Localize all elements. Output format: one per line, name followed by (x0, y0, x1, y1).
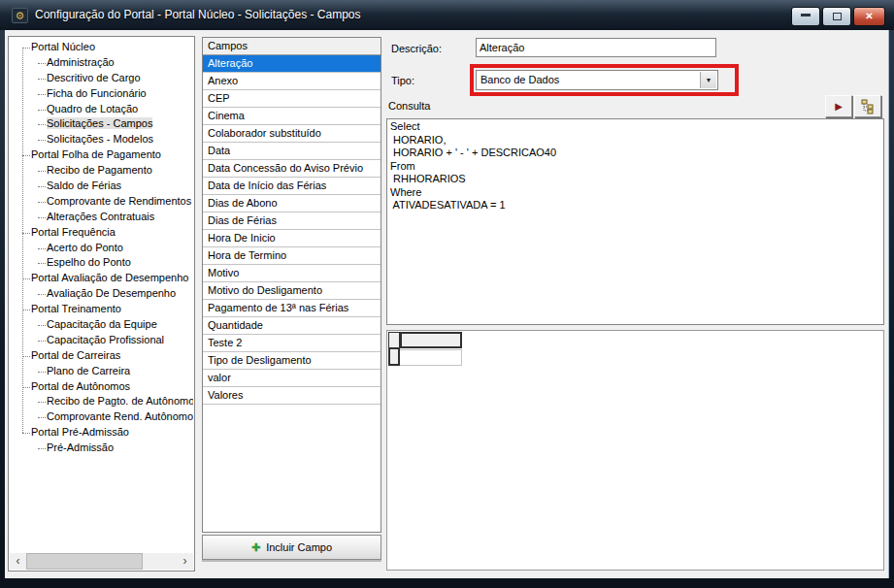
tree-item-label: Avaliação De Desempenho (47, 287, 176, 299)
close-button[interactable]: ✕ (853, 7, 885, 26)
tree-item[interactable]: Portal Avaliação de Desempenho (10, 271, 193, 286)
tree-item-label: Portal Núcleo (31, 41, 95, 52)
tree-item[interactable]: Pré-Admissão (10, 441, 193, 456)
tree-item[interactable]: Alterações Contratuais (10, 210, 193, 225)
tree-item[interactable]: Capacitação Profissional (10, 333, 193, 348)
close-icon: ✕ (865, 11, 873, 21)
tree-connector (38, 372, 46, 373)
field-row[interactable]: Anexo (203, 73, 381, 90)
tree-item[interactable]: Portal de Carreiras (10, 348, 193, 364)
tree-connector (38, 217, 46, 218)
tree-item-label: Portal de Autônomos (31, 380, 130, 392)
tree-item[interactable]: Capacitação da Equipe (10, 317, 193, 333)
field-row[interactable]: Motivo do Desligamento (203, 282, 381, 300)
portal-tree: Portal NúcleoAdministraçãoDescritivo de … (8, 36, 195, 572)
field-row[interactable]: Dias de Abono (203, 195, 381, 212)
field-row[interactable]: Data de Início das Férias (203, 178, 381, 195)
tree-connector (38, 186, 46, 187)
tree-connector (38, 94, 46, 95)
description-input[interactable] (476, 38, 716, 57)
tree-item[interactable]: Solicitações - Modelos (10, 132, 193, 147)
run-query-button[interactable]: ▶ (825, 95, 852, 117)
field-row[interactable]: valor (203, 370, 381, 387)
window-title: Configuração do Portal - Portal Núcleo -… (35, 8, 360, 21)
scroll-left-icon[interactable]: ‹ (10, 553, 26, 570)
tree-item[interactable]: Portal Folha de Pagamento (10, 147, 193, 163)
tree-item[interactable]: Portal Núcleo (10, 40, 193, 55)
tree-horizontal-scrollbar[interactable]: ‹ › (10, 553, 193, 570)
tree-connector (22, 433, 30, 434)
field-row[interactable]: Data Concessão do Aviso Prévio (203, 160, 381, 178)
tree-item-label: Recibo de Pagamento (47, 164, 152, 176)
grid-column-header[interactable] (400, 332, 462, 348)
add-field-label: Incluir Campo (266, 541, 332, 553)
tree-item[interactable]: Plano de Carreira (10, 364, 193, 379)
tree-connector (38, 294, 46, 295)
tree-item[interactable]: Avaliação De Desempenho (10, 286, 193, 302)
tree-item[interactable]: Ficha do Funcionário (10, 86, 193, 102)
tree-item[interactable]: Comprovante de Rendimentos (10, 194, 193, 210)
tree-item[interactable]: Quadro de Lotação (10, 102, 193, 117)
field-row[interactable]: Colaborador substituído (203, 125, 381, 143)
field-row[interactable]: Data (203, 143, 381, 160)
type-label: Tipo: (391, 75, 414, 86)
tree-connector (22, 48, 30, 49)
tree-connector (38, 63, 46, 64)
type-dropdown[interactable]: Banco de Dados ▼ (476, 70, 718, 90)
tree-item[interactable]: Solicitações - Campos (10, 116, 193, 132)
type-dropdown-value: Banco de Dados (480, 74, 559, 85)
tree-item-label: Comprovante de Rendimentos (47, 195, 191, 207)
chevron-down-icon[interactable]: ▼ (700, 72, 716, 88)
grid-cell[interactable] (400, 349, 462, 366)
field-row[interactable]: Tipo de Desligamento (203, 352, 381, 370)
tree-item[interactable]: Portal Treinamento (10, 302, 193, 317)
tree-connector (22, 387, 30, 388)
query-params-button[interactable] (854, 95, 881, 117)
tree-item-label: Comprovante Rend. Autônomos (47, 410, 193, 422)
tree-item-label: Descritivo de Cargo (47, 72, 141, 83)
tree-item-label: Portal Pré-Admissão (31, 426, 129, 438)
field-row[interactable]: Hora De Inicio (203, 230, 381, 247)
tree-connector (38, 325, 46, 326)
field-row[interactable]: Valores (203, 387, 381, 405)
application-window: ⚙ Configuração do Portal - Portal Núcleo… (0, 0, 894, 588)
tree-item[interactable]: Saldo de Férias (10, 179, 193, 194)
query-editor[interactable]: Select HORARIO, HORARIO + ' - ' + DESCRI… (386, 118, 884, 325)
tree-item[interactable]: Portal Frequência (10, 225, 193, 241)
tree-item[interactable]: Portal de Autônomos (10, 379, 193, 395)
minimize-button[interactable] (791, 7, 820, 26)
tree-item-label: Portal Treinamento (31, 303, 121, 314)
field-row[interactable]: Motivo (203, 265, 381, 282)
tree-item[interactable]: Portal Pré-Admissão (10, 425, 193, 441)
field-row[interactable]: Cinema (203, 108, 381, 125)
tree-connector (38, 110, 46, 111)
tree-item-label: Solicitações - Campos (47, 117, 152, 129)
tree-item[interactable]: Administração (10, 55, 193, 71)
field-row[interactable]: CEP (203, 90, 381, 108)
scrollbar-thumb[interactable] (26, 553, 143, 570)
scroll-right-icon[interactable]: › (177, 553, 193, 570)
tree-item[interactable]: Espelho do Ponto (10, 255, 193, 271)
tree-item[interactable]: Acerto do Ponto (10, 241, 193, 256)
field-row[interactable]: Pagamento de 13ª nas Férias (203, 300, 381, 317)
title-bar[interactable]: ⚙ Configuração do Portal - Portal Núcleo… (0, 0, 894, 30)
add-field-button[interactable]: ✚Incluir Campo (202, 535, 381, 560)
tree-item-label: Quadro de Lotação (47, 103, 138, 114)
tree-item-label: Alterações Contratuais (47, 211, 154, 222)
tree-item[interactable]: Descritivo de Cargo (10, 71, 193, 86)
maximize-button[interactable] (822, 7, 851, 26)
tree-connector (38, 79, 46, 80)
tree-item[interactable]: Comprovante Rend. Autônomos (10, 409, 193, 425)
field-row[interactable]: Teste 2 (203, 335, 381, 352)
field-row[interactable]: Quantidade (203, 317, 381, 335)
fields-list: Campos AlteraçãoAnexoCEPCinemaColaborado… (202, 37, 381, 533)
maximize-icon (833, 13, 842, 20)
result-grid[interactable] (386, 330, 884, 571)
field-row[interactable]: Dias de Férias (203, 212, 381, 230)
tree-item[interactable]: Recibo de Pagto. de Autônomo (10, 394, 193, 409)
tree-connector (38, 448, 46, 449)
tree-connector (38, 140, 46, 141)
tree-item[interactable]: Recibo de Pagamento (10, 163, 193, 179)
field-row[interactable]: Alteração (203, 55, 381, 73)
field-row[interactable]: Hora de Termino (203, 247, 381, 265)
